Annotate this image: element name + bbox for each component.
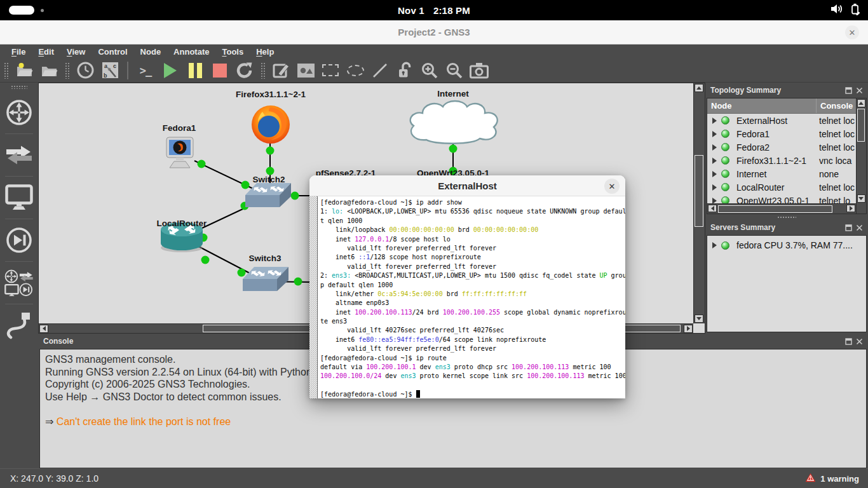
- float-panel-icon[interactable]: [845, 338, 852, 345]
- browse-switches-button[interactable]: [1, 135, 37, 175]
- menu-view[interactable]: View: [60, 47, 92, 57]
- browse-end-devices-button[interactable]: [1, 178, 37, 217]
- topology-row[interactable]: Firefox31.1.1~2-1vnc loca: [707, 154, 866, 167]
- lock-button[interactable]: [395, 60, 415, 81]
- browse-all-devices-button[interactable]: [1, 263, 37, 302]
- terminal-button[interactable]: >_: [135, 60, 156, 81]
- insert-image-button[interactable]: [295, 60, 316, 81]
- close-panel-icon[interactable]: [856, 338, 863, 345]
- expand-arrow-icon[interactable]: [712, 184, 717, 191]
- close-panel-icon[interactable]: [856, 87, 863, 94]
- scroll-down-button[interactable]: [857, 194, 865, 203]
- zoom-in-button[interactable]: [419, 60, 440, 81]
- snapshot-button[interactable]: [75, 60, 95, 81]
- node-label[interactable]: Switch3: [248, 254, 281, 263]
- expand-arrow-icon[interactable]: [712, 171, 717, 177]
- float-panel-icon[interactable]: [845, 87, 852, 94]
- window-titlebar[interactable]: Project2 - GNS3 ✕: [0, 20, 868, 44]
- menu-edit[interactable]: Edit: [32, 47, 60, 57]
- scroll-right-button[interactable]: [684, 325, 693, 333]
- toolbar-grip[interactable]: [65, 62, 69, 79]
- topology-row[interactable]: ExternalHosttelnet loc: [707, 114, 866, 127]
- canvas-vscroll-thumb[interactable]: [695, 155, 703, 227]
- menu-file[interactable]: File: [5, 47, 32, 57]
- new-project-button[interactable]: [14, 60, 34, 81]
- volume-icon[interactable]: [830, 4, 843, 17]
- expand-arrow-icon[interactable]: [712, 198, 717, 204]
- expand-arrow-icon[interactable]: [712, 144, 717, 151]
- terminal-window[interactable]: ExternalHost ✕ [fedora@fedora-cloud ~]$ …: [309, 175, 625, 398]
- reload-button[interactable]: [234, 60, 255, 81]
- draw-ellipse-button[interactable]: [345, 60, 365, 81]
- toolbar-grip[interactable]: [11, 85, 27, 89]
- table-vscroll-thumb[interactable]: [857, 109, 865, 142]
- table-header[interactable]: Node Console: [707, 98, 866, 114]
- topology-row[interactable]: Internetnone: [707, 167, 866, 180]
- scroll-down-button[interactable]: [695, 315, 703, 323]
- topology-row[interactable]: Fedora1telnet loc: [707, 127, 866, 140]
- node-label[interactable]: LocalRouter: [157, 219, 207, 228]
- suspend-button[interactable]: [185, 60, 205, 81]
- scroll-right-button[interactable]: [846, 205, 855, 212]
- system-tray[interactable]: [830, 0, 860, 20]
- zoom-out-button[interactable]: [444, 60, 465, 81]
- column-node[interactable]: Node: [707, 98, 817, 113]
- servers-summary-header[interactable]: Servers Summary: [705, 220, 868, 235]
- canvas-vertical-scrollbar[interactable]: [693, 83, 705, 323]
- dock-splitter[interactable]: [705, 214, 868, 220]
- table-horizontal-scrollbar[interactable]: [707, 203, 856, 214]
- node-label[interactable]: Internet: [437, 89, 469, 98]
- terminal-scrollbar[interactable]: [309, 196, 318, 398]
- toolbar-grip[interactable]: [261, 62, 265, 79]
- node-label[interactable]: Firefox31.1.1~2-1: [236, 90, 306, 99]
- node-label[interactable]: Switch2: [252, 175, 285, 184]
- close-panel-icon[interactable]: [856, 224, 863, 231]
- scroll-up-button[interactable]: [857, 99, 865, 107]
- browse-routers-button[interactable]: [1, 93, 37, 132]
- topology-summary-header[interactable]: Topology Summary: [705, 83, 868, 98]
- table-vertical-scrollbar[interactable]: [856, 98, 866, 214]
- expand-arrow-icon[interactable]: [712, 118, 717, 124]
- add-link-button[interactable]: [1, 306, 37, 345]
- battery-icon[interactable]: [850, 3, 860, 18]
- screenshot-button[interactable]: [469, 60, 489, 81]
- expand-arrow-icon[interactable]: [712, 242, 717, 248]
- scroll-up-button[interactable]: [695, 84, 703, 92]
- menu-annotate[interactable]: Annotate: [167, 47, 215, 57]
- terminal-body[interactable]: [fedora@fedora-cloud ~]$ ip addr show1: …: [309, 196, 625, 398]
- node-switch-icon[interactable]: [243, 266, 288, 297]
- float-panel-icon[interactable]: [845, 224, 852, 231]
- clock[interactable]: Nov 12:18 PM: [0, 5, 868, 16]
- start-button[interactable]: [160, 60, 180, 81]
- menu-tools[interactable]: Tools: [215, 47, 250, 57]
- topology-row[interactable]: LocalRoutertelnet loc: [707, 180, 866, 194]
- browse-security-devices-button[interactable]: [1, 220, 37, 260]
- draw-line-button[interactable]: [370, 60, 390, 81]
- topology-summary-table[interactable]: Node Console ExternalHosttelnet locFedor…: [707, 98, 867, 214]
- warning-indicator[interactable]: 1 warning: [805, 473, 859, 484]
- menu-node[interactable]: Node: [134, 47, 168, 57]
- terminal-close-button[interactable]: ✕: [604, 179, 620, 194]
- draw-rectangle-button[interactable]: [320, 60, 341, 81]
- scroll-left-button[interactable]: [39, 325, 48, 333]
- menu-help[interactable]: Help: [250, 47, 280, 57]
- expand-arrow-icon[interactable]: [712, 158, 717, 164]
- open-project-button[interactable]: [39, 60, 59, 81]
- menu-control[interactable]: Control: [92, 47, 133, 57]
- console-names-button[interactable]: acb: [100, 60, 120, 81]
- stop-button[interactable]: [210, 60, 230, 81]
- expand-arrow-icon[interactable]: [712, 131, 717, 137]
- server-row[interactable]: fedora CPU 3.7%, RAM 77....: [707, 238, 866, 252]
- topology-row[interactable]: Fedora2telnet loc: [707, 140, 866, 154]
- toolbar-grip[interactable]: [4, 62, 8, 79]
- node-label[interactable]: Fedora1: [163, 123, 196, 133]
- node-switch-icon[interactable]: [245, 182, 291, 214]
- node-cloud-icon[interactable]: [405, 99, 501, 149]
- draw-note-button[interactable]: [271, 60, 291, 81]
- node-computer-icon[interactable]: [161, 137, 199, 172]
- window-close-button[interactable]: ✕: [845, 25, 859, 39]
- terminal-titlebar[interactable]: ExternalHost ✕: [309, 175, 625, 196]
- scroll-left-button[interactable]: [708, 205, 717, 212]
- node-firefox-icon[interactable]: [250, 103, 292, 147]
- table-hscroll-thumb[interactable]: [718, 205, 832, 213]
